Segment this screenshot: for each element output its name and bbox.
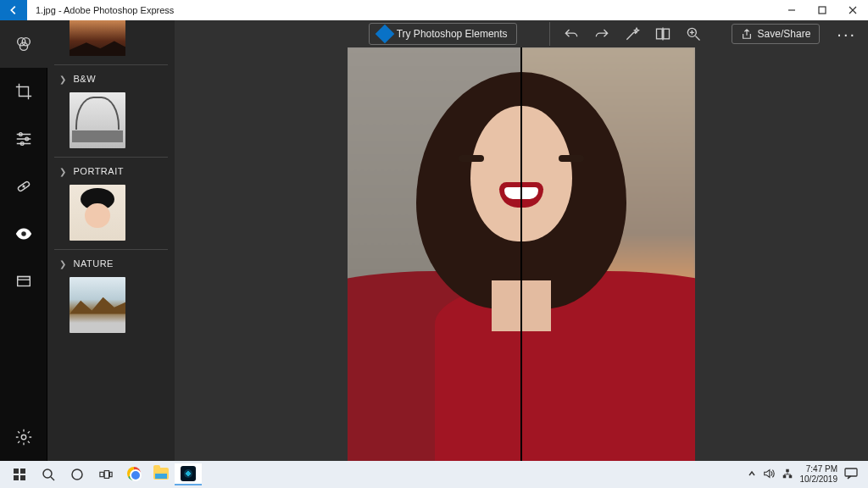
border-tool[interactable] xyxy=(0,258,47,305)
search-button[interactable] xyxy=(34,461,63,488)
crop-tool[interactable] xyxy=(0,68,47,115)
top-toolbar: Try Photoshop Elements Save/Share ··· xyxy=(175,20,868,47)
svg-point-2 xyxy=(22,38,30,46)
folder-icon xyxy=(153,468,169,480)
adjust-tool[interactable] xyxy=(0,115,47,163)
svg-rect-25 xyxy=(788,475,792,479)
app-body: ❯ B&W ❯ PORTRAIT ❯ NATURE xyxy=(0,20,868,461)
redo-button[interactable] xyxy=(593,25,611,43)
chevron-right-icon: ❯ xyxy=(59,167,67,176)
start-button[interactable] xyxy=(5,461,34,488)
time-text: 7:47 PM xyxy=(800,464,838,474)
minimize-button[interactable] xyxy=(776,0,807,20)
category-label: B&W xyxy=(74,74,97,84)
svg-point-11 xyxy=(21,435,26,440)
heal-tool[interactable] xyxy=(0,163,47,210)
looks-panel: ❯ B&W ❯ PORTRAIT ❯ NATURE xyxy=(47,20,175,461)
svg-rect-24 xyxy=(782,475,786,479)
svg-rect-21 xyxy=(100,472,103,476)
try-label: Try Photoshop Elements xyxy=(397,28,508,40)
app-window: 1.jpg - Adobe Photoshop Express xyxy=(0,0,868,488)
look-thumb-bw[interactable] xyxy=(70,92,125,148)
category-header[interactable]: ❯ NATURE xyxy=(59,258,168,269)
svg-rect-10 xyxy=(18,277,31,280)
canvas-area: Try Photoshop Elements Save/Share ··· xyxy=(175,20,868,461)
task-view-button[interactable] xyxy=(92,461,120,488)
more-button[interactable]: ··· xyxy=(837,25,856,44)
category-header[interactable]: ❯ B&W xyxy=(59,74,168,84)
canvas xyxy=(175,47,868,461)
svg-rect-26 xyxy=(786,469,789,473)
chrome-icon xyxy=(127,467,141,480)
svg-rect-17 xyxy=(14,475,19,480)
category-portrait: ❯ PORTRAIT xyxy=(54,157,168,241)
svg-rect-0 xyxy=(819,7,826,14)
cortana-button[interactable] xyxy=(63,461,92,488)
svg-rect-15 xyxy=(14,469,19,474)
compare-button[interactable] xyxy=(654,25,672,43)
close-button[interactable] xyxy=(837,0,868,20)
date-text: 10/2/2019 xyxy=(800,474,838,485)
chevron-right-icon: ❯ xyxy=(59,259,67,269)
svg-rect-9 xyxy=(18,277,31,286)
chevron-right-icon: ❯ xyxy=(59,75,67,84)
tray-chevron-icon[interactable] xyxy=(748,469,756,480)
separator xyxy=(549,22,550,46)
svg-rect-16 xyxy=(20,469,25,474)
taskbar-app-explorer[interactable] xyxy=(147,463,175,485)
taskbar: 7:47 PM 10/2/2019 xyxy=(0,461,868,488)
save-share-button[interactable]: Save/Share xyxy=(732,24,821,44)
image-preview[interactable] xyxy=(348,47,695,461)
network-icon[interactable] xyxy=(782,468,793,481)
zoom-button[interactable] xyxy=(684,25,703,43)
back-button[interactable] xyxy=(0,0,27,20)
svg-point-8 xyxy=(21,231,26,236)
svg-rect-13 xyxy=(663,29,669,39)
category-bw: ❯ B&W xyxy=(54,64,168,148)
settings-tool[interactable] xyxy=(0,413,47,461)
svg-point-20 xyxy=(72,469,82,480)
view-tool[interactable] xyxy=(0,210,47,258)
clock[interactable]: 7:47 PM 10/2/2019 xyxy=(800,464,838,485)
category-header[interactable]: ❯ PORTRAIT xyxy=(59,166,168,176)
svg-rect-27 xyxy=(845,469,857,476)
volume-icon[interactable] xyxy=(763,468,775,481)
window-title: 1.jpg - Adobe Photoshop Express xyxy=(27,5,174,15)
look-thumb-landscape[interactable] xyxy=(70,20,125,56)
ps-express-icon xyxy=(181,466,196,481)
look-thumb-portrait[interactable] xyxy=(70,185,125,241)
save-label: Save/Share xyxy=(758,28,811,40)
left-toolbar xyxy=(0,20,47,461)
look-thumb-nature[interactable] xyxy=(70,277,125,333)
svg-rect-22 xyxy=(104,471,108,479)
taskbar-app-chrome[interactable] xyxy=(120,463,147,485)
looks-tool[interactable] xyxy=(0,20,47,68)
action-center-icon[interactable] xyxy=(844,468,858,481)
try-elements-button[interactable]: Try Photoshop Elements xyxy=(369,23,517,45)
category-label: NATURE xyxy=(74,258,114,269)
svg-rect-12 xyxy=(656,29,662,39)
diamond-icon xyxy=(375,25,394,44)
titlebar: 1.jpg - Adobe Photoshop Express xyxy=(0,0,868,20)
category-label: PORTRAIT xyxy=(74,166,124,176)
system-tray: 7:47 PM 10/2/2019 xyxy=(748,464,864,485)
before-after-slider[interactable] xyxy=(520,47,522,461)
svg-point-3 xyxy=(19,42,27,50)
svg-rect-23 xyxy=(109,472,112,476)
undo-button[interactable] xyxy=(562,25,581,43)
category-nature: ❯ NATURE xyxy=(54,249,168,333)
svg-point-19 xyxy=(43,469,52,478)
svg-rect-18 xyxy=(20,475,25,480)
maximize-button[interactable] xyxy=(807,0,837,20)
taskbar-app-photoshop-express[interactable] xyxy=(175,463,202,485)
auto-enhance-button[interactable] xyxy=(623,25,642,43)
